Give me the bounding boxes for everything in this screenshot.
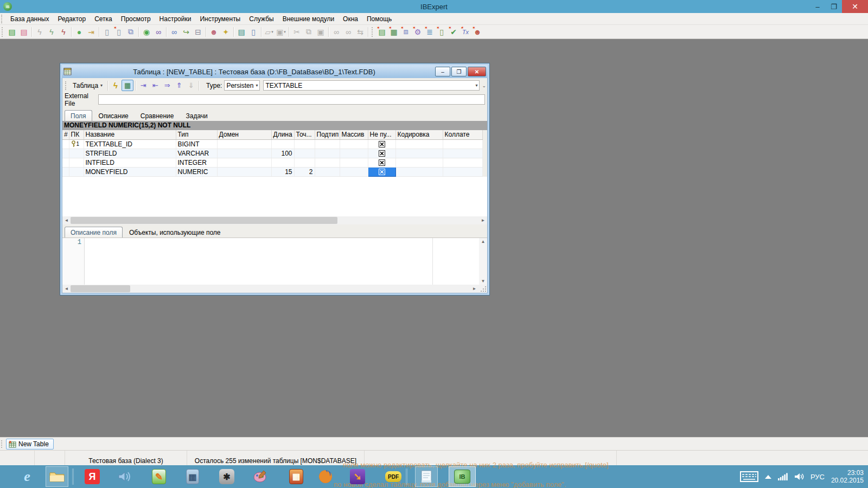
new-generator-icon[interactable]: ▯ (436, 27, 448, 37)
col-scale[interactable]: Точ... (294, 130, 315, 139)
find-icon[interactable]: ∞ (330, 27, 342, 37)
new-index-icon[interactable]: Tx (459, 27, 471, 37)
col-subtype[interactable]: Подтип (315, 130, 340, 139)
move-field-up-icon[interactable]: ⇑ (173, 80, 185, 91)
taskbar-movie-maker[interactable]: ▦ (285, 466, 308, 487)
restore-button[interactable]: ❐ (826, 0, 842, 13)
minimize-button[interactable]: – (809, 0, 826, 13)
menu-database[interactable]: База данных (6, 14, 53, 24)
new-check-icon[interactable]: ✔ (448, 27, 459, 37)
taskbar-notepad[interactable] (415, 466, 438, 487)
tab-field-description[interactable]: Описание поля (65, 227, 123, 237)
copy-document-icon[interactable]: ⧉ (125, 27, 137, 37)
scroll-right-icon[interactable]: ► (479, 216, 487, 224)
find-in-metadata-icon[interactable]: ∞ (152, 27, 164, 37)
taskbar-calculator[interactable]: ▦ (181, 466, 204, 487)
resize-grip[interactable] (480, 285, 487, 292)
col-name[interactable]: Название (84, 130, 176, 139)
network-signal-icon[interactable] (778, 473, 788, 480)
scroll-left-icon[interactable]: ◄ (62, 216, 71, 224)
close-button[interactable]: ✕ (842, 0, 868, 13)
move-field-down-icon[interactable]: ⇓ (185, 80, 197, 91)
new-view-icon[interactable]: ⧈ (400, 27, 412, 37)
table-name-combobox[interactable]: TEXTTABLE▾ (263, 80, 480, 91)
table-row[interactable]: STRFIELD VARCHAR 100 (62, 149, 482, 158)
menu-tools[interactable]: Инструменты (195, 14, 245, 24)
taskbar-notepad-plus[interactable]: ✎ (148, 466, 170, 487)
menu-plugins[interactable]: Внешние модули (278, 14, 339, 24)
tab-comparison[interactable]: Сравнение (135, 111, 180, 121)
menu-services[interactable]: Службы (245, 14, 278, 24)
grid-view-toggle-icon[interactable]: ▦ (122, 80, 133, 91)
database-ball-icon[interactable]: ● (73, 27, 85, 37)
taskbar-internet-explorer[interactable]: e (16, 466, 39, 487)
tab-todo[interactable]: Задачи (180, 111, 213, 121)
scroll-thumb[interactable] (71, 217, 337, 224)
editor-text-area[interactable] (85, 238, 479, 285)
new-table-window-button[interactable]: New Table (6, 439, 54, 450)
compile-lightning-icon[interactable]: ϟ (110, 80, 122, 91)
clock[interactable]: 23:03 20.02.2015 (831, 469, 864, 484)
tab-objects-using-field[interactable]: Объекты, использующие поле (124, 227, 226, 237)
disconnect-database-icon[interactable]: ϟ (46, 27, 58, 37)
sql-notebook-icon[interactable]: ▤ (235, 27, 247, 37)
tab-fields[interactable]: Поля (65, 110, 92, 121)
grid-hscrollbar[interactable]: ◄ ► (62, 216, 487, 224)
touch-keyboard-icon[interactable] (740, 471, 758, 482)
tab-description[interactable]: Описание (93, 111, 134, 121)
insert-field-icon[interactable]: ⇤ (149, 80, 161, 91)
taskbar-yandex[interactable]: Я (81, 466, 104, 487)
taskbar-ibexpert[interactable]: IB (449, 466, 476, 487)
menu-editor[interactable]: Редактор (53, 14, 90, 24)
paste-icon[interactable]: ▣ (315, 27, 327, 37)
language-indicator[interactable]: РУС (810, 473, 825, 481)
new-document-icon[interactable]: ▯ (113, 27, 125, 37)
taskbar-pdf-reader[interactable]: PDF (382, 466, 405, 487)
scroll-left-icon[interactable]: ◄ (62, 285, 71, 293)
new-role-icon[interactable]: ☻ (471, 27, 483, 37)
table-menu-button[interactable]: Таблица▾ (69, 80, 106, 91)
menu-windows[interactable]: Окна (339, 14, 362, 24)
col-pk[interactable]: ПК (69, 130, 84, 139)
table-row[interactable]: MONEYFIELD NUMERIC 152 (62, 167, 482, 176)
notnull-checkbox[interactable] (379, 169, 385, 175)
new-table-icon[interactable]: ▦ (388, 27, 400, 37)
volume-tray-icon[interactable] (794, 472, 804, 481)
taskbar-volume[interactable] (113, 466, 136, 487)
replace-ab-icon[interactable]: ⇆ (354, 27, 366, 37)
notnull-checkbox[interactable] (379, 159, 385, 166)
col-charset[interactable]: Кодировка (395, 130, 443, 139)
child-restore-button[interactable]: ❐ (451, 67, 467, 76)
new-procedure-icon[interactable]: ⚙ (412, 27, 424, 37)
child-close-button[interactable]: ✕ (468, 67, 486, 76)
col-array[interactable]: Массив (340, 130, 368, 139)
toolbar-overflow-icon[interactable]: ⌄ (482, 83, 486, 88)
print-icon[interactable]: ⊟ (192, 27, 204, 37)
col-collate[interactable]: Коллате (443, 130, 482, 139)
type-combobox[interactable]: Persisten▾ (224, 80, 260, 91)
table-row[interactable]: INTFIELD INTEGER (62, 158, 482, 167)
selected-cell[interactable] (368, 167, 395, 176)
col-notnull[interactable]: Не пу... (368, 130, 395, 139)
description-editor[interactable]: 1 ▲ ▼ (62, 238, 487, 285)
child-titlebar[interactable]: Таблица : [NEW_TABLE] : Тестовая база (D… (62, 65, 488, 78)
new-trigger-icon[interactable]: ≣ (424, 27, 436, 37)
sql-document-icon[interactable]: ▯ (101, 27, 113, 37)
show-hidden-icons-icon[interactable] (765, 475, 771, 479)
scroll-right-icon[interactable]: ► (470, 285, 478, 293)
reconnect-database-icon[interactable]: ϟ (58, 27, 69, 37)
cut-icon[interactable]: ✂ (291, 27, 303, 37)
menu-options[interactable]: Настройки (155, 14, 196, 24)
reorder-field-icon[interactable]: ⇒ (161, 80, 173, 91)
copy-icon[interactable]: ⧉ (303, 27, 315, 37)
external-file-input[interactable] (98, 94, 485, 105)
menu-help[interactable]: Помощь (362, 14, 396, 24)
scroll-down-icon[interactable]: ▼ (479, 278, 487, 285)
search-database-icon[interactable]: ∞ (168, 27, 180, 37)
child-minimize-button[interactable]: – (435, 67, 450, 76)
taskbar-firefox[interactable] (314, 466, 337, 487)
editor-hscrollbar[interactable]: ◄ ► (62, 285, 487, 293)
editor-vscrollbar[interactable]: ▲ ▼ (479, 238, 487, 285)
table-row[interactable]: 1 TEXTTABLE_ID BIGINT (62, 139, 482, 149)
export-send-icon[interactable]: ↪ (180, 27, 192, 37)
